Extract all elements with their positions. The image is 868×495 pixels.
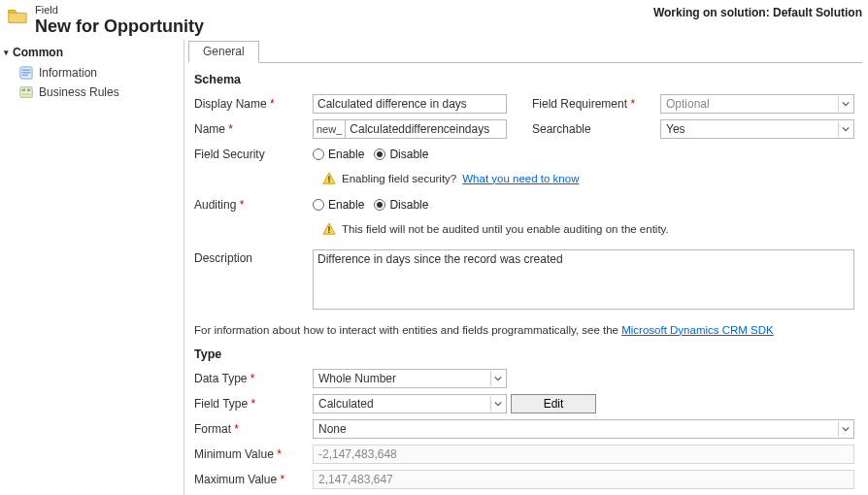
radio-label: Disable [389, 198, 428, 212]
field-security-enable-radio[interactable]: Enable [313, 148, 364, 161]
sidebar: ▾ Common Information Business Rules [0, 40, 184, 495]
svg-rect-6 [27, 88, 31, 91]
svg-rect-9 [328, 181, 329, 182]
radio-icon [313, 148, 324, 160]
auditing-label: Auditing [194, 198, 236, 212]
solution-label: Working on solution: Default Solution [653, 4, 862, 19]
svg-rect-1 [22, 69, 31, 70]
data-type-value: Whole Number [318, 372, 396, 385]
max-value-label: Maximum Value [194, 473, 277, 486]
radio-icon [374, 148, 385, 160]
radio-label: Enable [328, 148, 364, 161]
sidebar-item-label: Information [39, 66, 97, 80]
auditing-disable-radio[interactable]: Disable [374, 198, 428, 212]
tab-bar: General [188, 40, 862, 63]
sidebar-item-business-rules[interactable]: Business Rules [4, 82, 184, 102]
sidebar-section-common[interactable]: ▾ Common [4, 44, 184, 63]
radio-icon [374, 199, 385, 211]
searchable-select[interactable]: Yes [660, 119, 854, 139]
sdk-link[interactable]: Microsoft Dynamics CRM SDK [621, 324, 774, 336]
searchable-value: Yes [666, 122, 685, 136]
radio-icon [313, 199, 324, 211]
svg-rect-5 [22, 88, 26, 91]
page-title: New for Opportunity [35, 16, 204, 38]
format-value: None [318, 422, 347, 436]
field-security-label: Field Security [194, 148, 265, 161]
display-name-label: Display Name [194, 97, 267, 111]
name-prefix: new_ [313, 119, 345, 139]
sdk-note-text: For information about how to interact wi… [194, 324, 618, 336]
svg-rect-4 [20, 87, 32, 98]
sidebar-item-information[interactable]: Information [4, 63, 184, 82]
max-value-field[interactable]: 2,147,483,647 [313, 470, 854, 489]
edit-button[interactable]: Edit [511, 394, 596, 413]
chevron-down-icon [838, 96, 851, 112]
data-type-label: Data Type [194, 372, 247, 385]
security-note-link[interactable]: What you need to know [462, 173, 579, 184]
content-area: General Schema Display Name * Field Requ… [184, 40, 868, 495]
chevron-down-icon [838, 421, 851, 437]
warning-icon [322, 222, 336, 236]
field-security-disable-radio[interactable]: Disable [374, 148, 428, 161]
field-requirement-value: Optional [666, 97, 710, 111]
min-value-label: Minimum Value [194, 447, 274, 461]
display-name-input[interactable] [313, 94, 507, 114]
svg-rect-11 [328, 231, 329, 232]
chevron-down-icon [490, 396, 504, 412]
min-value-field[interactable]: -2,147,483,648 [313, 445, 854, 464]
name-label: Name [194, 122, 225, 136]
chevron-down-icon [490, 371, 504, 386]
section-type-heading: Type [184, 338, 862, 367]
field-requirement-select[interactable]: Optional [660, 94, 854, 114]
searchable-label: Searchable [532, 122, 591, 136]
format-select[interactable]: None [313, 419, 854, 439]
info-icon [19, 66, 33, 80]
chevron-down-icon [838, 121, 851, 137]
sidebar-section-label: Common [13, 46, 63, 59]
svg-rect-3 [22, 75, 28, 76]
section-schema-heading: Schema [184, 63, 862, 92]
description-label: Description [194, 251, 252, 265]
svg-rect-8 [328, 176, 329, 180]
folder-icon [6, 6, 29, 27]
radio-label: Disable [389, 148, 428, 161]
field-requirement-label: Field Requirement [532, 97, 627, 111]
rules-icon [19, 85, 33, 99]
warning-icon [322, 172, 336, 185]
svg-rect-7 [22, 93, 31, 96]
name-input[interactable] [345, 119, 507, 139]
format-label: Format [194, 422, 231, 436]
security-note-text: Enabling field security? [342, 173, 456, 184]
data-type-select[interactable]: Whole Number [313, 369, 507, 388]
sidebar-item-label: Business Rules [39, 85, 119, 99]
auditing-note-text: This field will not be audited until you… [342, 223, 669, 235]
radio-label: Enable [328, 198, 364, 212]
page-header: Field New for Opportunity Working on sol… [0, 0, 868, 40]
field-type-label: Field Type [194, 397, 248, 411]
svg-rect-2 [22, 72, 31, 73]
field-type-value: Calculated [318, 397, 374, 411]
chevron-down-icon: ▾ [4, 48, 9, 57]
tab-general[interactable]: General [188, 41, 259, 63]
description-input[interactable] [313, 249, 854, 310]
entity-type-label: Field [35, 4, 204, 16]
svg-rect-10 [328, 226, 329, 230]
field-type-select[interactable]: Calculated [313, 394, 507, 413]
auditing-enable-radio[interactable]: Enable [313, 198, 364, 212]
